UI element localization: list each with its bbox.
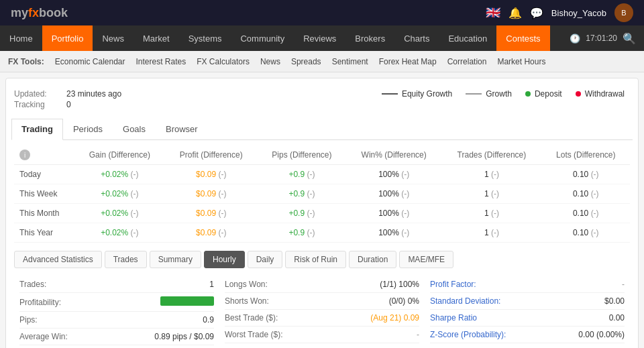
stat-worst-trade-dollar-value: - [417, 330, 419, 339]
table-row: This Week +0.02% (-) $0.09 (-) +0.9 (-) … [14, 184, 630, 204]
row-year-lots: 0.10 (-) [542, 223, 630, 243]
fx-news[interactable]: News [260, 57, 280, 66]
row-today-label: Today [14, 165, 74, 184]
tracking-value: 0 [66, 100, 71, 109]
row-week-pips: +0.9 (-) [258, 184, 346, 204]
stat-trades: Trades: 1 [19, 276, 214, 293]
logo: myfxbook [11, 6, 68, 20]
adv-tab-hourly[interactable]: Hourly [204, 251, 245, 268]
row-week-win: 100% (-) [346, 184, 441, 204]
stat-pips-value: 0.9 [203, 315, 214, 325]
adv-tab-duration[interactable]: Duration [349, 251, 396, 268]
nav-education[interactable]: Education [439, 25, 496, 51]
info-icon[interactable]: i [19, 150, 30, 160]
adv-tab-mae-mfe[interactable]: MAE/MFE [399, 251, 453, 268]
nav-news[interactable]: News [93, 25, 133, 51]
stat-avg-win-value: 0.89 pips / $0.09 [154, 332, 214, 341]
fx-correlation[interactable]: Correlation [447, 57, 487, 66]
legend-growth: Growth [466, 89, 512, 99]
legend-equity-growth: Equity Growth [382, 89, 452, 99]
stat-longs-won-value: (1/1) 100% [380, 280, 419, 289]
clock-icon: 🕐 [570, 34, 580, 44]
nav-reviews[interactable]: Reviews [294, 25, 345, 51]
stat-pips: Pips: 0.9 [19, 312, 214, 329]
profitability-bar-fill [160, 296, 214, 306]
flag-icon[interactable]: 🇬🇧 [486, 5, 500, 20]
header-profit: Profit (Difference) [165, 146, 258, 165]
stat-col-1: Trades: 1 Profitability: Pips: 0.9 [14, 276, 219, 348]
row-year-pips: +0.9 (-) [258, 223, 346, 243]
header-win: Win% (Difference) [346, 146, 441, 165]
search-icon[interactable]: 🔍 [623, 32, 636, 45]
fx-spreads[interactable]: Spreads [291, 57, 321, 66]
tab-trading[interactable]: Trading [11, 119, 63, 140]
stat-profit-factor-label[interactable]: Profit Factor: [430, 280, 476, 289]
tab-goals[interactable]: Goals [113, 119, 156, 139]
logo-my: my [11, 6, 28, 19]
fx-calculators[interactable]: FX Calculators [197, 57, 250, 66]
time-display: 17:01:20 [586, 34, 617, 43]
updated-label: Updated: [14, 89, 61, 99]
stat-sharpe-value: 0.00 [609, 313, 625, 323]
top-nav-right: 🇬🇧 🔔 💬 Bishoy_Yacob B [486, 3, 633, 22]
fx-tools-bar: FX Tools: Economic Calendar Interest Rat… [0, 51, 644, 72]
header-lots: Lots (Difference) [542, 146, 630, 165]
adv-tab-summary[interactable]: Summary [150, 251, 201, 268]
stat-trades-value: 1 [209, 280, 214, 289]
row-month-win: 100% (-) [346, 204, 441, 223]
stat-expectancy: Expectancy 0.9 Pips / $0.09 [430, 343, 625, 348]
fx-interest-rates[interactable]: Interest Rates [136, 57, 186, 66]
stat-best-trade-pips: Best Trade (Pips): (Aug 21) 0.9 [225, 343, 419, 348]
stat-std-dev-value: $0.00 [604, 296, 625, 306]
stat-trades-label: Trades: [19, 280, 46, 289]
stat-profitability: Profitability: [19, 293, 214, 312]
fx-market-hours[interactable]: Market Hours [497, 57, 545, 66]
nav-contests[interactable]: Contests [496, 25, 549, 51]
nav-market[interactable]: Market [133, 25, 179, 51]
legend-growth-label: Growth [486, 89, 512, 99]
stat-best-trade-dollar-label: Best Trade ($): [225, 313, 278, 323]
legend-deposit-label: Deposit [535, 89, 562, 99]
top-nav: myfxbook 🇬🇧 🔔 💬 Bishoy_Yacob B [0, 0, 644, 25]
nav-community[interactable]: Community [231, 25, 294, 51]
main-nav: Home Portfolio News Market Systems Commu… [0, 25, 644, 51]
legend-growth-line [466, 93, 482, 95]
fx-economic-calendar[interactable]: Economic Calendar [55, 57, 125, 66]
fx-tools-label: FX Tools: [8, 57, 44, 66]
header-pips: Pips (Difference) [258, 146, 346, 165]
adv-tab-daily[interactable]: Daily [248, 251, 283, 268]
tab-periods[interactable]: Periods [63, 119, 113, 139]
row-month-label: This Month [14, 204, 74, 223]
adv-tab-trades[interactable]: Trades [105, 251, 147, 268]
adv-tab-advanced-statistics[interactable]: Advanced Statistics [14, 251, 102, 268]
nav-brokers[interactable]: Brokers [345, 25, 394, 51]
username: Bishoy_Yacob [551, 8, 606, 18]
stat-sharpe-label[interactable]: Sharpe Ratio [430, 313, 477, 323]
row-year-win: 100% (-) [346, 223, 441, 243]
legend-withdrawal-dot [576, 91, 581, 97]
legend-withdrawal-label: Withdrawal [585, 89, 625, 99]
stat-longs-won-label: Longs Won: [225, 280, 268, 289]
nav-charts[interactable]: Charts [394, 25, 439, 51]
stat-avg-win: Average Win: 0.89 pips / $0.09 [19, 329, 214, 345]
stat-zscore-label[interactable]: Z-Score (Probability): [430, 330, 506, 339]
nav-home[interactable]: Home [0, 25, 42, 51]
stat-std-dev-label[interactable]: Standard Deviation: [430, 296, 500, 306]
row-today-gain: +0.02% (-) [74, 165, 165, 184]
adv-tab-risk-of-ruin[interactable]: Risk of Ruin [285, 251, 346, 268]
chat-icon[interactable]: 💬 [530, 7, 543, 19]
nav-portfolio[interactable]: Portfolio [42, 25, 93, 51]
row-week-gain: +0.02% (-) [74, 184, 165, 204]
legend-equity-label: Equity Growth [402, 89, 452, 99]
stat-col-2: Longs Won: (1/1) 100% Shorts Won: (0/0) … [219, 276, 425, 348]
bell-icon[interactable]: 🔔 [508, 7, 522, 19]
row-month-profit: $0.09 (-) [165, 204, 258, 223]
row-month-pips: +0.9 (-) [258, 204, 346, 223]
fx-sentiment[interactable]: Sentiment [332, 57, 368, 66]
chart-legend: Equity Growth Growth Deposit Withdrawal [376, 86, 630, 104]
fx-heatmap[interactable]: Forex Heat Map [379, 57, 437, 66]
legend-equity-line [382, 93, 398, 95]
tab-browser[interactable]: Browser [156, 119, 208, 139]
row-year-trades: 1 (-) [441, 223, 541, 243]
nav-systems[interactable]: Systems [179, 25, 231, 51]
